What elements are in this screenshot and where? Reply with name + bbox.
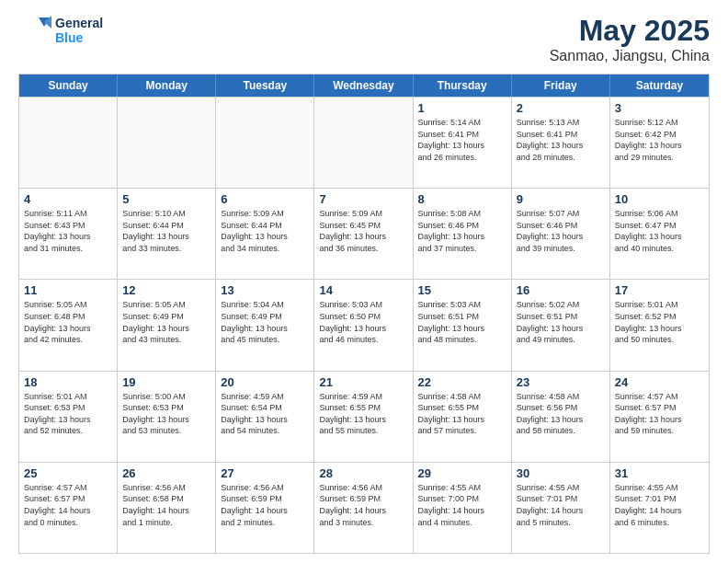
calendar-cell: 7Sunrise: 5:09 AM Sunset: 6:45 PM Daylig… [314, 189, 413, 279]
day-info: Sunrise: 5:02 AM Sunset: 6:51 PM Dayligh… [517, 299, 605, 345]
calendar-cell: 21Sunrise: 4:59 AM Sunset: 6:55 PM Dayli… [314, 372, 413, 462]
day-number: 5 [122, 192, 210, 206]
calendar-cell: 18Sunrise: 5:01 AM Sunset: 6:53 PM Dayli… [19, 372, 118, 462]
page: General Blue May 2025 Sanmao, Jiangsu, C… [0, 0, 728, 563]
day-number: 16 [517, 283, 605, 297]
day-info: Sunrise: 4:55 AM Sunset: 7:00 PM Dayligh… [418, 482, 506, 528]
calendar-cell: 16Sunrise: 5:02 AM Sunset: 6:51 PM Dayli… [512, 280, 610, 370]
day-number: 28 [319, 466, 407, 480]
day-info: Sunrise: 5:08 AM Sunset: 6:46 PM Dayligh… [418, 208, 506, 254]
day-info: Sunrise: 5:03 AM Sunset: 6:50 PM Dayligh… [319, 299, 407, 345]
day-info: Sunrise: 5:07 AM Sunset: 6:46 PM Dayligh… [517, 208, 605, 254]
day-number: 2 [517, 101, 605, 115]
calendar-header: SundayMondayTuesdayWednesdayThursdayFrid… [19, 75, 709, 97]
day-number: 11 [24, 283, 112, 297]
day-number: 19 [122, 375, 210, 389]
day-number: 7 [319, 192, 407, 206]
calendar-row: 25Sunrise: 4:57 AM Sunset: 6:57 PM Dayli… [19, 462, 709, 553]
day-number: 22 [418, 375, 506, 389]
title-block: May 2025 Sanmao, Jiangsu, China [550, 14, 710, 64]
calendar: SundayMondayTuesdayWednesdayThursdayFrid… [18, 74, 710, 554]
day-info: Sunrise: 5:01 AM Sunset: 6:52 PM Dayligh… [615, 299, 704, 345]
day-number: 8 [418, 192, 506, 206]
weekday-header: Thursday [414, 75, 512, 97]
day-number: 17 [615, 283, 704, 297]
day-info: Sunrise: 4:56 AM Sunset: 6:59 PM Dayligh… [221, 482, 309, 528]
day-number: 1 [418, 101, 506, 115]
weekday-header: Wednesday [314, 75, 413, 97]
calendar-row: 18Sunrise: 5:01 AM Sunset: 6:53 PM Dayli… [19, 371, 709, 462]
day-info: Sunrise: 5:09 AM Sunset: 6:44 PM Dayligh… [221, 208, 309, 254]
calendar-cell: 1Sunrise: 5:14 AM Sunset: 6:41 PM Daylig… [414, 98, 512, 188]
calendar-cell: 30Sunrise: 4:55 AM Sunset: 7:01 PM Dayli… [512, 463, 610, 553]
subtitle: Sanmao, Jiangsu, China [550, 48, 710, 64]
day-info: Sunrise: 5:00 AM Sunset: 6:53 PM Dayligh… [122, 391, 210, 437]
day-info: Sunrise: 4:57 AM Sunset: 6:57 PM Dayligh… [24, 482, 112, 528]
calendar-row: 1Sunrise: 5:14 AM Sunset: 6:41 PM Daylig… [19, 97, 709, 188]
calendar-cell [118, 98, 216, 188]
day-number: 25 [24, 466, 112, 480]
calendar-cell: 25Sunrise: 4:57 AM Sunset: 6:57 PM Dayli… [19, 463, 118, 553]
calendar-cell: 6Sunrise: 5:09 AM Sunset: 6:44 PM Daylig… [216, 189, 314, 279]
calendar-cell: 23Sunrise: 4:58 AM Sunset: 6:56 PM Dayli… [512, 372, 610, 462]
day-number: 31 [615, 466, 704, 480]
calendar-cell [19, 98, 118, 188]
day-info: Sunrise: 5:12 AM Sunset: 6:42 PM Dayligh… [615, 117, 704, 163]
header: General Blue May 2025 Sanmao, Jiangsu, C… [18, 14, 710, 64]
calendar-row: 4Sunrise: 5:11 AM Sunset: 6:43 PM Daylig… [19, 188, 709, 279]
day-info: Sunrise: 4:55 AM Sunset: 7:01 PM Dayligh… [517, 482, 605, 528]
day-info: Sunrise: 5:03 AM Sunset: 6:51 PM Dayligh… [418, 299, 506, 345]
main-title: May 2025 [550, 14, 710, 48]
day-number: 18 [24, 375, 112, 389]
weekday-header: Friday [512, 75, 610, 97]
calendar-cell: 26Sunrise: 4:56 AM Sunset: 6:58 PM Dayli… [118, 463, 216, 553]
day-number: 3 [615, 101, 704, 115]
calendar-cell: 11Sunrise: 5:05 AM Sunset: 6:48 PM Dayli… [19, 280, 118, 370]
day-info: Sunrise: 4:56 AM Sunset: 6:59 PM Dayligh… [319, 482, 407, 528]
calendar-cell: 4Sunrise: 5:11 AM Sunset: 6:43 PM Daylig… [19, 189, 118, 279]
day-number: 10 [615, 192, 704, 206]
calendar-cell: 28Sunrise: 4:56 AM Sunset: 6:59 PM Dayli… [314, 463, 413, 553]
calendar-cell: 17Sunrise: 5:01 AM Sunset: 6:52 PM Dayli… [610, 280, 709, 370]
calendar-cell [314, 98, 413, 188]
day-number: 20 [221, 375, 309, 389]
weekday-header: Sunday [19, 75, 118, 97]
weekday-header: Tuesday [216, 75, 314, 97]
calendar-cell: 5Sunrise: 5:10 AM Sunset: 6:44 PM Daylig… [118, 189, 216, 279]
day-info: Sunrise: 5:04 AM Sunset: 6:49 PM Dayligh… [221, 299, 309, 345]
weekday-header: Monday [118, 75, 216, 97]
logo-icon [18, 14, 51, 47]
calendar-row: 11Sunrise: 5:05 AM Sunset: 6:48 PM Dayli… [19, 279, 709, 370]
day-info: Sunrise: 5:14 AM Sunset: 6:41 PM Dayligh… [418, 117, 506, 163]
day-number: 24 [615, 375, 704, 389]
logo: General Blue [18, 14, 103, 47]
day-number: 23 [517, 375, 605, 389]
calendar-cell: 13Sunrise: 5:04 AM Sunset: 6:49 PM Dayli… [216, 280, 314, 370]
calendar-cell: 24Sunrise: 4:57 AM Sunset: 6:57 PM Dayli… [610, 372, 709, 462]
calendar-cell: 2Sunrise: 5:13 AM Sunset: 6:41 PM Daylig… [512, 98, 610, 188]
calendar-cell: 22Sunrise: 4:58 AM Sunset: 6:55 PM Dayli… [414, 372, 512, 462]
day-number: 21 [319, 375, 407, 389]
day-number: 13 [221, 283, 309, 297]
calendar-cell: 15Sunrise: 5:03 AM Sunset: 6:51 PM Dayli… [414, 280, 512, 370]
day-number: 30 [517, 466, 605, 480]
day-info: Sunrise: 4:58 AM Sunset: 6:56 PM Dayligh… [517, 391, 605, 437]
day-number: 27 [221, 466, 309, 480]
day-info: Sunrise: 4:56 AM Sunset: 6:58 PM Dayligh… [122, 482, 210, 528]
day-number: 26 [122, 466, 210, 480]
day-info: Sunrise: 4:57 AM Sunset: 6:57 PM Dayligh… [615, 391, 704, 437]
day-info: Sunrise: 4:58 AM Sunset: 6:55 PM Dayligh… [418, 391, 506, 437]
calendar-cell [216, 98, 314, 188]
calendar-body: 1Sunrise: 5:14 AM Sunset: 6:41 PM Daylig… [19, 97, 709, 553]
calendar-cell: 12Sunrise: 5:05 AM Sunset: 6:49 PM Dayli… [118, 280, 216, 370]
day-info: Sunrise: 4:55 AM Sunset: 7:01 PM Dayligh… [615, 482, 704, 528]
day-number: 29 [418, 466, 506, 480]
calendar-cell: 8Sunrise: 5:08 AM Sunset: 6:46 PM Daylig… [414, 189, 512, 279]
day-info: Sunrise: 5:10 AM Sunset: 6:44 PM Dayligh… [122, 208, 210, 254]
logo-general: General [55, 16, 103, 30]
calendar-cell: 3Sunrise: 5:12 AM Sunset: 6:42 PM Daylig… [610, 98, 709, 188]
calendar-cell: 10Sunrise: 5:06 AM Sunset: 6:47 PM Dayli… [610, 189, 709, 279]
calendar-cell: 19Sunrise: 5:00 AM Sunset: 6:53 PM Dayli… [118, 372, 216, 462]
day-info: Sunrise: 5:01 AM Sunset: 6:53 PM Dayligh… [24, 391, 112, 437]
day-info: Sunrise: 5:05 AM Sunset: 6:49 PM Dayligh… [122, 299, 210, 345]
